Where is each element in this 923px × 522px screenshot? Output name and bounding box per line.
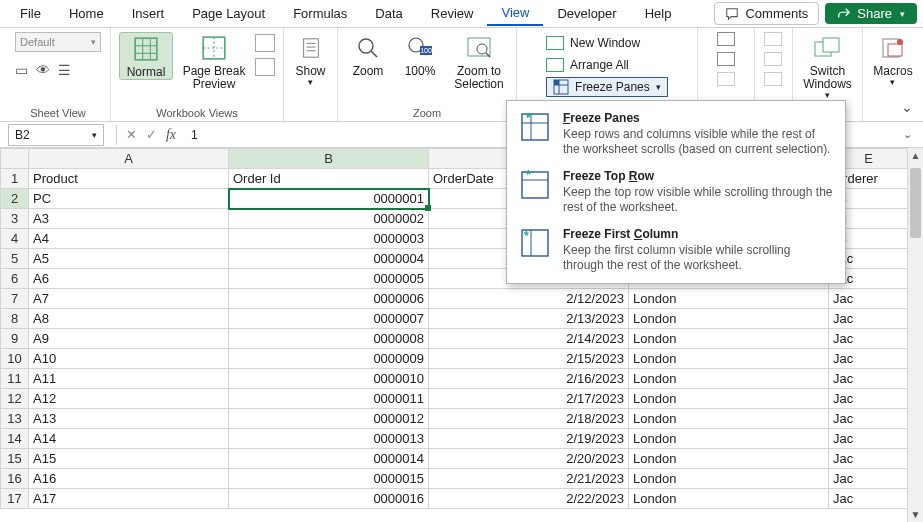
cell[interactable]: London [629, 369, 829, 389]
cell[interactable]: A13 [29, 409, 229, 429]
row-header[interactable]: 7 [1, 289, 29, 309]
cell[interactable]: Jac [829, 309, 909, 329]
cell[interactable]: 2/13/2023 [429, 309, 629, 329]
row-header[interactable]: 15 [1, 449, 29, 469]
menu-file[interactable]: File [6, 2, 55, 25]
comments-button[interactable]: Comments [714, 2, 819, 25]
cell[interactable]: Product [29, 169, 229, 189]
cell[interactable]: Jac [829, 349, 909, 369]
insert-function-button[interactable]: fx [161, 127, 181, 143]
switch-windows-button[interactable]: Switch Windows ▾ [797, 32, 857, 101]
cell[interactable]: Jac [829, 409, 909, 429]
cell[interactable]: 2/12/2023 [429, 289, 629, 309]
cell[interactable]: London [629, 449, 829, 469]
cell[interactable]: London [629, 429, 829, 449]
cell[interactable]: 2/15/2023 [429, 349, 629, 369]
cell[interactable]: Jac [829, 469, 909, 489]
row-header[interactable]: 12 [1, 389, 29, 409]
row-header[interactable]: 4 [1, 229, 29, 249]
row-header[interactable]: 8 [1, 309, 29, 329]
cell[interactable]: A16 [29, 469, 229, 489]
vertical-scrollbar[interactable]: ▲ ▼ [907, 148, 923, 522]
menu-data[interactable]: Data [361, 2, 416, 25]
cell[interactable]: 0000007 [229, 309, 429, 329]
hide-icon[interactable] [717, 52, 735, 66]
cell[interactable]: Jac [829, 389, 909, 409]
cell[interactable]: 0000015 [229, 469, 429, 489]
cell[interactable]: A3 [29, 209, 229, 229]
zoom-button[interactable]: Zoom [346, 32, 390, 78]
freeze-option-1[interactable]: *Freeze Top RowKeep the top row visible … [507, 163, 845, 221]
reset-pos-icon[interactable] [764, 72, 782, 86]
cell[interactable]: Jac [829, 429, 909, 449]
cell[interactable]: A17 [29, 489, 229, 509]
cell[interactable]: 2/22/2023 [429, 489, 629, 509]
view-side-icon[interactable] [764, 32, 782, 46]
menu-home[interactable]: Home [55, 2, 118, 25]
sheet-view-combo[interactable]: Default ▾ [15, 32, 101, 52]
cell[interactable]: A12 [29, 389, 229, 409]
cell[interactable]: London [629, 309, 829, 329]
freeze-option-0[interactable]: *Freeze PanesKeep rows and columns visib… [507, 105, 845, 163]
normal-view-button[interactable]: Normal [119, 32, 173, 80]
menu-page-layout[interactable]: Page Layout [178, 2, 279, 25]
options-icon[interactable]: ☰ [58, 62, 71, 78]
cell[interactable]: A10 [29, 349, 229, 369]
page-break-preview-button[interactable]: Page Break Preview [181, 32, 247, 91]
cell[interactable]: 0000013 [229, 429, 429, 449]
collapse-ribbon-icon[interactable]: ⌄ [901, 99, 913, 115]
row-header[interactable]: 6 [1, 269, 29, 289]
menu-insert[interactable]: Insert [118, 2, 179, 25]
menu-developer[interactable]: Developer [543, 2, 630, 25]
row-header[interactable]: 11 [1, 369, 29, 389]
zoom-100-button[interactable]: 100 100% [398, 32, 442, 78]
eye-icon[interactable]: 👁 [36, 62, 50, 78]
col-header-A[interactable]: A [29, 149, 229, 169]
row-header[interactable]: 16 [1, 469, 29, 489]
scroll-up-arrow-icon[interactable]: ▲ [908, 150, 923, 161]
enter-formula-button[interactable]: ✓ [141, 127, 161, 142]
expand-formula-bar-icon[interactable]: ⌄ [897, 128, 917, 141]
cell[interactable]: Jac [829, 489, 909, 509]
row-header[interactable]: 13 [1, 409, 29, 429]
custom-views-icon[interactable] [255, 58, 275, 76]
cell[interactable]: Jac [829, 369, 909, 389]
row-header[interactable]: 5 [1, 249, 29, 269]
cell[interactable]: London [629, 489, 829, 509]
cell[interactable]: 0000009 [229, 349, 429, 369]
cell[interactable]: 0000001 [229, 189, 429, 209]
menu-help[interactable]: Help [631, 2, 686, 25]
cell[interactable]: 2/16/2023 [429, 369, 629, 389]
cell[interactable]: London [629, 289, 829, 309]
cell[interactable]: London [629, 409, 829, 429]
show-button[interactable]: Show ▾ [289, 32, 333, 88]
row-header[interactable]: 3 [1, 209, 29, 229]
sync-scroll-icon[interactable] [764, 52, 782, 66]
scroll-down-arrow-icon[interactable]: ▼ [908, 509, 923, 520]
row-header[interactable]: 10 [1, 349, 29, 369]
menu-review[interactable]: Review [417, 2, 488, 25]
cell[interactable]: 2/20/2023 [429, 449, 629, 469]
cell[interactable]: 0000014 [229, 449, 429, 469]
cell[interactable]: 0000011 [229, 389, 429, 409]
cancel-formula-button[interactable]: ✕ [121, 127, 141, 142]
save-view-icon[interactable]: ▭ [15, 62, 28, 78]
cell[interactable]: A15 [29, 449, 229, 469]
col-header-B[interactable]: B [229, 149, 429, 169]
page-layout-icon[interactable] [255, 34, 275, 52]
share-button[interactable]: Share ▾ [825, 3, 917, 24]
menu-formulas[interactable]: Formulas [279, 2, 361, 25]
zoom-to-selection-button[interactable]: Zoom to Selection [450, 32, 508, 91]
cell[interactable]: A8 [29, 309, 229, 329]
cell[interactable]: PC [29, 189, 229, 209]
cell[interactable]: A14 [29, 429, 229, 449]
cell[interactable]: London [629, 469, 829, 489]
cell[interactable]: 0000016 [229, 489, 429, 509]
cell[interactable]: A6 [29, 269, 229, 289]
cell[interactable]: A4 [29, 229, 229, 249]
cell[interactable]: A11 [29, 369, 229, 389]
cell[interactable]: 2/21/2023 [429, 469, 629, 489]
row-header[interactable]: 2 [1, 189, 29, 209]
cell[interactable]: A9 [29, 329, 229, 349]
cell[interactable]: 0000006 [229, 289, 429, 309]
